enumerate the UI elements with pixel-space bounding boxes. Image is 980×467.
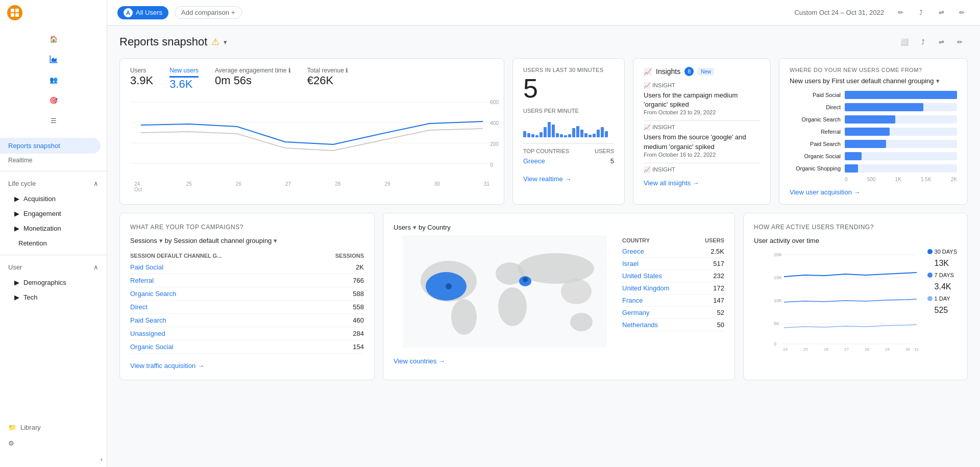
user-section[interactable]: User ∧ <box>0 259 107 275</box>
legend-1day: 1 DAY <box>927 296 957 302</box>
campaign-row-value: 588 <box>308 287 364 301</box>
insights-card-new: 📈 Insights 8 New 📈 INSIGHT Users for the… <box>633 58 771 205</box>
svg-text:25: 25 <box>803 347 808 351</box>
menu-icon[interactable]: ☰ <box>44 111 63 130</box>
country-row-value: 50 <box>695 319 724 331</box>
campaign-row-value: 284 <box>308 327 364 340</box>
title-dropdown-icon[interactable]: ▾ <box>224 38 227 46</box>
where-x-axis: 05001K1.5K2K <box>790 177 957 182</box>
warning-icon[interactable]: ⚠ <box>211 36 219 47</box>
edit-icon[interactable]: ✏ <box>892 5 909 21</box>
campaign-col1: SESSION DEFAULT CHANNEL G... <box>130 251 308 261</box>
svg-rect-2 <box>11 13 14 17</box>
all-users-chip[interactable]: A All Users <box>117 6 168 19</box>
campaign-table-row: Referral766 <box>130 274 364 287</box>
legend-7days-value: 3.4K <box>935 282 957 291</box>
view-user-acquisition-link[interactable]: View user acquisition → <box>790 188 957 196</box>
engagement-item[interactable]: ▶ Engagement <box>0 206 107 221</box>
country-col1: COUNTRY <box>622 235 695 245</box>
country-col2: USERS <box>695 235 724 245</box>
topbar-left: A All Users Add comparison + <box>117 6 242 19</box>
country-row-value: 172 <box>695 282 724 294</box>
legend-1day-value: 525 <box>935 306 957 315</box>
retention-item[interactable]: Retention <box>0 236 107 251</box>
activity-legend: 30 DAYS 13K 7 DAYS 3.4K 1 DAY 525 <box>927 249 957 315</box>
collapse-sidebar-button[interactable]: ‹ <box>0 451 107 467</box>
view-all-insights-link-new[interactable]: View all insights → <box>644 179 760 187</box>
reports-snapshot-item[interactable]: Reports snapshot <box>0 138 101 154</box>
topbar-right: Custom Oct 24 – Oct 31, 2022 ✏ ⤴ ⇌ ✏ <box>794 5 970 21</box>
add-comparison-button[interactable]: Add comparison + <box>175 6 242 19</box>
campaign-row-name[interactable]: Direct <box>130 303 148 311</box>
demographics-item[interactable]: ▶ Demographics <box>0 275 107 290</box>
country-row-name[interactable]: France <box>622 297 643 304</box>
campaign-row-value: 460 <box>308 314 364 327</box>
home-icon[interactable]: 🏠 <box>44 30 63 48</box>
settings-icon[interactable]: ⚙ <box>0 435 107 451</box>
people-icon[interactable]: 👥 <box>44 70 63 89</box>
country-row-value: 147 <box>695 294 724 307</box>
svg-text:26: 26 <box>824 347 828 351</box>
y-axis-new: 6004002000 <box>490 100 499 168</box>
channel-row: Direct <box>790 103 957 111</box>
country-row-name[interactable]: Germany <box>622 309 649 316</box>
country-table-row: Netherlands50 <box>622 319 724 331</box>
where-card-new: WHERE DO YOUR NEW USERS COME FROM? New u… <box>779 58 968 205</box>
svg-point-18 <box>523 277 528 282</box>
page-header: Reports snapshot ⚠ ▾ ⬜ ⤴ ⇌ ✏ <box>119 34 968 50</box>
pencil-icon[interactable]: ✏ <box>953 5 970 21</box>
sidebar: 🏠 👥 🎯 ☰ Reports snapshot Realtime Life c… <box>0 0 107 467</box>
country-row-name[interactable]: Israel <box>622 260 639 267</box>
svg-point-11 <box>451 299 477 335</box>
campaign-table: SESSION DEFAULT CHANNEL G... SESSIONS Pa… <box>130 251 364 354</box>
page-title-area: Reports snapshot ⚠ ▾ <box>119 35 227 48</box>
svg-text:28: 28 <box>865 347 869 351</box>
compare-icon[interactable]: ⇌ <box>933 5 949 21</box>
country-row-name[interactable]: United Kingdom <box>622 284 670 292</box>
page-pencil-icon[interactable]: ✏ <box>951 34 968 50</box>
tech-item[interactable]: ▶ Tech <box>0 290 107 305</box>
countries-arrow-icon: → <box>438 357 445 365</box>
library-item[interactable]: 📁 Library <box>0 420 107 435</box>
view-realtime-link-new[interactable]: View realtime → <box>523 175 614 183</box>
view-countries-link[interactable]: View countries → <box>394 357 724 365</box>
campaign-row-value: 766 <box>308 274 364 287</box>
campaign-row-name[interactable]: Paid Social <box>130 263 163 271</box>
share-icon[interactable]: ⤴ <box>913 5 929 21</box>
realtime-item[interactable]: Realtime <box>0 154 107 167</box>
legend-30days-value: 13K <box>935 259 957 268</box>
country-row-name[interactable]: Netherlands <box>622 321 658 329</box>
page-edit-icon[interactable]: ⬜ <box>896 34 913 50</box>
new-users-metric-new: New users 3.6K <box>169 67 199 91</box>
country-row-name[interactable]: United States <box>622 272 662 280</box>
metrics-row-new: Users 3.9K New users 3.6K Average engage… <box>130 67 494 91</box>
campaign-row-value: 154 <box>308 340 364 354</box>
rt-minibars <box>523 117 614 137</box>
page-compare-icon[interactable]: ⇌ <box>933 34 949 50</box>
svg-text:20K: 20K <box>774 252 782 257</box>
monetization-item[interactable]: ▶ Monetization <box>0 221 107 236</box>
metrics-chart-svg <box>130 97 494 179</box>
campaign-table-row: Organic Social154 <box>130 340 364 354</box>
content-area: Reports snapshot ⚠ ▾ ⬜ ⤴ ⇌ ✏ Users 3.9K … <box>107 26 980 467</box>
campaign-row-name[interactable]: Unassigned <box>130 330 165 337</box>
lifecycle-section[interactable]: Life cycle ∧ <box>0 176 107 191</box>
view-traffic-link[interactable]: View traffic acquisition → <box>130 362 364 370</box>
campaign-table-row: Paid Social2K <box>130 261 364 274</box>
svg-text:24: 24 <box>783 347 788 351</box>
chart-icon[interactable] <box>44 50 63 68</box>
campaign-row-name[interactable]: Paid Search <box>130 316 166 324</box>
svg-point-13 <box>498 287 527 326</box>
page-share-icon[interactable]: ⤴ <box>915 34 931 50</box>
country-table-row: Greece2.5K <box>622 245 724 258</box>
campaign-row-name[interactable]: Organic Social <box>130 343 174 351</box>
target-icon[interactable]: 🎯 <box>44 91 63 109</box>
campaign-row-name[interactable]: Referral <box>130 277 154 284</box>
country-table-row: Germany52 <box>622 307 724 319</box>
legend-30days: 30 DAYS <box>927 249 957 255</box>
campaign-row-name[interactable]: Organic Search <box>130 290 176 298</box>
country-row-name[interactable]: Greece <box>622 248 644 255</box>
acquisition-item[interactable]: ▶ Acquisition <box>0 191 107 206</box>
channel-row: Paid Social <box>790 91 957 99</box>
insight-add-new[interactable]: 📈 INSIGHT <box>644 166 760 173</box>
